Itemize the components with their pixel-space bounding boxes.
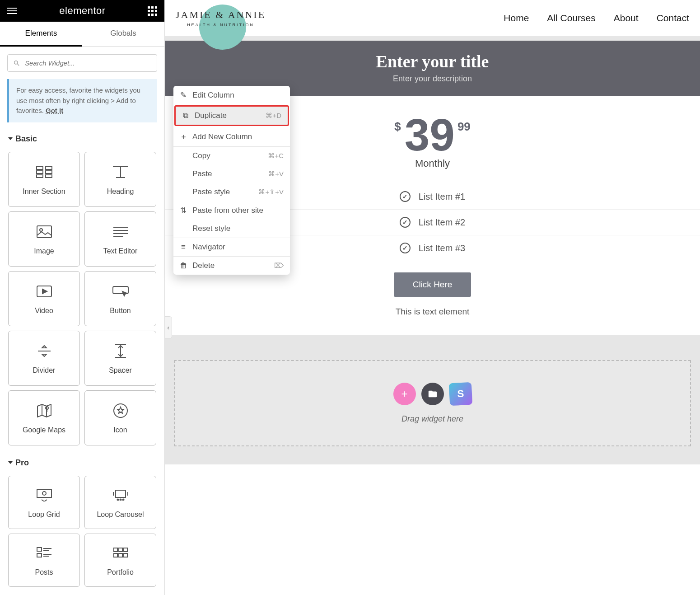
nav-home[interactable]: Home bbox=[504, 13, 529, 23]
svg-rect-3 bbox=[46, 167, 52, 169]
widget-spacer[interactable]: Spacer bbox=[84, 331, 156, 386]
svg-rect-5 bbox=[46, 175, 52, 178]
basic-widgets: Inner Section Heading Image Text Editor … bbox=[0, 148, 164, 454]
svg-rect-19 bbox=[37, 553, 42, 557]
tip-text: For easy access, favorite the widgets yo… bbox=[16, 86, 140, 114]
tab-elements[interactable]: Elements bbox=[0, 22, 82, 47]
button-icon bbox=[112, 282, 129, 300]
site-header: JAMIE & ANNIEHEALTH & NUTRITION Home All… bbox=[165, 0, 700, 36]
text-element: This is text element bbox=[165, 307, 700, 317]
nav-contact[interactable]: Contact bbox=[657, 13, 689, 23]
collapse-handle[interactable]: ‹ bbox=[165, 316, 172, 339]
ctx-reset-style[interactable]: Reset style bbox=[173, 220, 290, 238]
svg-point-16 bbox=[120, 499, 121, 500]
section-pro[interactable]: Pro bbox=[0, 454, 164, 472]
page-title: Enter your title bbox=[165, 52, 700, 71]
tip-box: For easy access, favorite the widgets yo… bbox=[7, 79, 157, 122]
svg-rect-18 bbox=[37, 548, 42, 551]
widget-portfolio[interactable]: Portfolio bbox=[84, 534, 156, 587]
sidebar-tabs: Elements Globals bbox=[0, 22, 164, 47]
pencil-icon: ✎ bbox=[180, 90, 187, 100]
widget-posts[interactable]: Posts bbox=[8, 534, 80, 587]
page-subtitle: Enter your description bbox=[165, 74, 700, 84]
ctx-copy[interactable]: Copy⌘+C bbox=[173, 147, 290, 165]
posts-icon bbox=[37, 544, 52, 562]
price-currency: $ bbox=[394, 120, 401, 134]
ctx-add-new-column[interactable]: ＋Add New Column bbox=[173, 127, 290, 146]
inner-section-icon bbox=[36, 163, 52, 181]
svg-rect-2 bbox=[37, 175, 43, 178]
svg-rect-14 bbox=[116, 490, 126, 497]
apps-grid-icon[interactable] bbox=[148, 6, 157, 16]
widget-divider[interactable]: Divider bbox=[8, 331, 80, 386]
widget-image[interactable]: Image bbox=[8, 211, 80, 267]
divider-icon bbox=[37, 342, 51, 360]
site-logo[interactable]: JAMIE & ANNIEHEALTH & NUTRITION bbox=[176, 9, 266, 27]
svg-rect-25 bbox=[124, 553, 127, 557]
search-input[interactable] bbox=[25, 59, 151, 67]
chevron-down-icon bbox=[8, 461, 13, 464]
svg-rect-0 bbox=[37, 167, 43, 169]
transfer-icon: ⇅ bbox=[180, 206, 187, 215]
copy-icon: ⧉ bbox=[182, 111, 189, 120]
widget-video[interactable]: Video bbox=[8, 271, 80, 326]
widget-loop-grid[interactable]: Loop Grid bbox=[8, 476, 80, 529]
text-editor-icon bbox=[113, 223, 128, 241]
nav-all-courses[interactable]: All Courses bbox=[547, 13, 595, 23]
ctx-paste-from-other[interactable]: ⇅Paste from other site bbox=[173, 201, 290, 220]
widget-button[interactable]: Button bbox=[84, 271, 156, 326]
map-icon bbox=[37, 402, 51, 420]
search-box[interactable] bbox=[7, 54, 157, 72]
svg-point-15 bbox=[117, 499, 118, 500]
context-menu: ✎Edit Column ⧉Duplicate⌘+D ＋Add New Colu… bbox=[173, 86, 290, 275]
ctx-delete[interactable]: 🗑Delete⌦ bbox=[173, 257, 290, 275]
layers-icon: ≡ bbox=[180, 243, 187, 252]
svg-rect-1 bbox=[37, 171, 43, 173]
star-icon bbox=[113, 402, 128, 420]
loop-grid-icon bbox=[37, 486, 52, 504]
check-icon bbox=[400, 243, 411, 253]
nav-about[interactable]: About bbox=[614, 13, 639, 23]
chevron-down-icon bbox=[8, 137, 13, 140]
price-amount: 39 bbox=[405, 114, 455, 155]
template-library-button[interactable] bbox=[421, 383, 444, 405]
svg-rect-4 bbox=[46, 171, 52, 173]
widget-loop-carousel[interactable]: Loop Carousel bbox=[84, 476, 156, 529]
svg-rect-22 bbox=[124, 548, 127, 552]
hamburger-icon[interactable] bbox=[7, 8, 17, 14]
search-icon bbox=[13, 60, 20, 67]
ctx-paste[interactable]: Paste⌘+V bbox=[173, 165, 290, 183]
image-icon bbox=[37, 223, 52, 241]
svg-point-7 bbox=[40, 229, 42, 231]
svg-rect-12 bbox=[37, 489, 51, 497]
cta-button[interactable]: Click Here bbox=[394, 272, 471, 297]
widget-heading[interactable]: Heading bbox=[84, 152, 156, 207]
portfolio-icon bbox=[113, 544, 128, 562]
sidebar-header: elementor bbox=[0, 0, 164, 22]
ctx-navigator[interactable]: ≡Navigator bbox=[173, 238, 290, 256]
price-cents: 99 bbox=[457, 120, 471, 134]
svg-rect-21 bbox=[119, 548, 122, 552]
section-basic[interactable]: Basic bbox=[0, 130, 164, 148]
spacer-icon bbox=[115, 342, 126, 360]
widget-icon[interactable]: Icon bbox=[84, 390, 156, 445]
stylekit-button[interactable]: S bbox=[448, 382, 472, 406]
widget-text-editor[interactable]: Text Editor bbox=[84, 211, 156, 267]
add-section-button[interactable]: + bbox=[393, 383, 416, 405]
ctx-paste-style[interactable]: Paste style⌘+⇧+V bbox=[173, 183, 290, 201]
heading-icon bbox=[112, 163, 130, 181]
widget-inner-section[interactable]: Inner Section bbox=[8, 152, 80, 207]
svg-rect-20 bbox=[114, 548, 117, 552]
check-icon bbox=[400, 191, 411, 202]
tip-got-it[interactable]: Got It bbox=[46, 107, 63, 114]
check-icon bbox=[400, 217, 411, 228]
widget-google-maps[interactable]: Google Maps bbox=[8, 390, 80, 445]
trash-icon: 🗑 bbox=[180, 261, 187, 270]
svg-rect-24 bbox=[119, 553, 122, 557]
ctx-duplicate[interactable]: ⧉Duplicate⌘+D bbox=[174, 105, 289, 126]
tab-globals[interactable]: Globals bbox=[82, 22, 164, 47]
ctx-edit-column[interactable]: ✎Edit Column bbox=[173, 86, 290, 104]
svg-rect-6 bbox=[37, 226, 51, 238]
video-icon bbox=[37, 282, 52, 300]
drop-zone[interactable]: + S Drag widget here bbox=[174, 360, 691, 446]
